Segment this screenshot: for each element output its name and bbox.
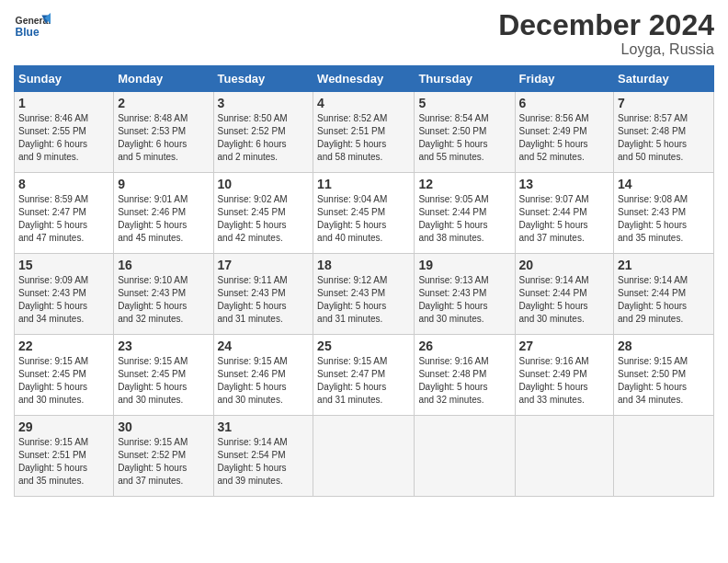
day-info: Sunrise: 9:15 AM Sunset: 2:46 PM Dayligh…	[218, 355, 310, 407]
page-container: General Blue December 2024 Loyga, Russia…	[0, 0, 728, 506]
day-info: Sunrise: 8:57 AM Sunset: 2:48 PM Dayligh…	[618, 112, 710, 164]
day-info: Sunrise: 8:56 AM Sunset: 2:49 PM Dayligh…	[519, 112, 610, 164]
month-title: December 2024	[498, 9, 714, 41]
col-friday: Friday	[515, 66, 614, 92]
day-number: 13	[519, 177, 610, 191]
day-info: Sunrise: 9:15 AM Sunset: 2:51 PM Dayligh…	[18, 436, 109, 488]
day-number: 7	[618, 96, 710, 110]
day-number: 1	[18, 96, 109, 110]
calendar-table: Sunday Monday Tuesday Wednesday Thursday…	[14, 65, 714, 497]
table-row	[515, 416, 614, 497]
day-info: Sunrise: 8:50 AM Sunset: 2:52 PM Dayligh…	[218, 112, 310, 164]
day-number: 18	[317, 258, 410, 272]
day-number: 12	[418, 177, 510, 191]
location: Loyga, Russia	[498, 41, 714, 58]
day-info: Sunrise: 8:46 AM Sunset: 2:55 PM Dayligh…	[18, 112, 109, 164]
day-number: 11	[317, 177, 410, 191]
day-number: 9	[118, 177, 209, 191]
table-row: 25Sunrise: 9:15 AM Sunset: 2:47 PM Dayli…	[313, 335, 415, 416]
day-info: Sunrise: 9:11 AM Sunset: 2:43 PM Dayligh…	[218, 274, 310, 326]
calendar-week-row: 29Sunrise: 9:15 AM Sunset: 2:51 PM Dayli…	[15, 416, 714, 497]
day-info: Sunrise: 9:15 AM Sunset: 2:45 PM Dayligh…	[118, 355, 209, 407]
table-row: 9Sunrise: 9:01 AM Sunset: 2:46 PM Daylig…	[114, 173, 213, 254]
day-number: 10	[218, 177, 310, 191]
day-number: 21	[618, 258, 710, 272]
table-row: 21Sunrise: 9:14 AM Sunset: 2:44 PM Dayli…	[614, 254, 714, 335]
day-info: Sunrise: 9:04 AM Sunset: 2:45 PM Dayligh…	[317, 193, 410, 245]
col-monday: Monday	[114, 66, 213, 92]
col-sunday: Sunday	[15, 66, 114, 92]
day-info: Sunrise: 9:16 AM Sunset: 2:49 PM Dayligh…	[519, 355, 610, 407]
day-number: 19	[418, 258, 510, 272]
day-info: Sunrise: 9:16 AM Sunset: 2:48 PM Dayligh…	[418, 355, 510, 407]
calendar-week-row: 22Sunrise: 9:15 AM Sunset: 2:45 PM Dayli…	[15, 335, 714, 416]
table-row: 17Sunrise: 9:11 AM Sunset: 2:43 PM Dayli…	[213, 254, 313, 335]
day-number: 24	[218, 339, 310, 353]
table-row: 7Sunrise: 8:57 AM Sunset: 2:48 PM Daylig…	[614, 92, 714, 173]
day-number: 29	[18, 419, 109, 434]
col-tuesday: Tuesday	[213, 66, 313, 92]
day-number: 30	[118, 419, 209, 434]
table-row: 16Sunrise: 9:10 AM Sunset: 2:43 PM Dayli…	[114, 254, 213, 335]
title-section: December 2024 Loyga, Russia	[498, 9, 714, 58]
table-row: 23Sunrise: 9:15 AM Sunset: 2:45 PM Dayli…	[114, 335, 213, 416]
day-number: 14	[618, 177, 710, 191]
day-info: Sunrise: 8:54 AM Sunset: 2:50 PM Dayligh…	[418, 112, 510, 164]
table-row: 2Sunrise: 8:48 AM Sunset: 2:53 PM Daylig…	[114, 92, 213, 173]
day-info: Sunrise: 9:15 AM Sunset: 2:50 PM Dayligh…	[618, 355, 710, 407]
table-row: 18Sunrise: 9:12 AM Sunset: 2:43 PM Dayli…	[313, 254, 415, 335]
day-info: Sunrise: 9:08 AM Sunset: 2:43 PM Dayligh…	[618, 193, 710, 245]
table-row	[614, 416, 714, 497]
table-row: 8Sunrise: 8:59 AM Sunset: 2:47 PM Daylig…	[15, 173, 114, 254]
table-row: 12Sunrise: 9:05 AM Sunset: 2:44 PM Dayli…	[415, 173, 515, 254]
table-row: 4Sunrise: 8:52 AM Sunset: 2:51 PM Daylig…	[313, 92, 415, 173]
day-info: Sunrise: 8:59 AM Sunset: 2:47 PM Dayligh…	[18, 193, 109, 245]
day-info: Sunrise: 9:14 AM Sunset: 2:54 PM Dayligh…	[218, 436, 310, 488]
day-number: 17	[218, 258, 310, 272]
table-row: 5Sunrise: 8:54 AM Sunset: 2:50 PM Daylig…	[415, 92, 515, 173]
calendar-week-row: 15Sunrise: 9:09 AM Sunset: 2:43 PM Dayli…	[15, 254, 714, 335]
day-info: Sunrise: 9:10 AM Sunset: 2:43 PM Dayligh…	[118, 274, 209, 326]
day-number: 25	[317, 339, 410, 353]
day-number: 3	[218, 96, 310, 110]
table-row: 22Sunrise: 9:15 AM Sunset: 2:45 PM Dayli…	[15, 335, 114, 416]
col-wednesday: Wednesday	[313, 66, 415, 92]
day-number: 26	[418, 339, 510, 353]
day-info: Sunrise: 9:12 AM Sunset: 2:43 PM Dayligh…	[317, 274, 410, 326]
day-number: 16	[118, 258, 209, 272]
header: General Blue December 2024 Loyga, Russia	[14, 9, 714, 58]
day-number: 4	[317, 96, 410, 110]
day-info: Sunrise: 9:07 AM Sunset: 2:44 PM Dayligh…	[519, 193, 610, 245]
day-info: Sunrise: 9:13 AM Sunset: 2:43 PM Dayligh…	[418, 274, 510, 326]
day-number: 15	[18, 258, 109, 272]
table-row: 1Sunrise: 8:46 AM Sunset: 2:55 PM Daylig…	[15, 92, 114, 173]
table-row: 10Sunrise: 9:02 AM Sunset: 2:45 PM Dayli…	[213, 173, 313, 254]
logo-icon: General Blue	[14, 9, 51, 46]
table-row: 26Sunrise: 9:16 AM Sunset: 2:48 PM Dayli…	[415, 335, 515, 416]
day-number: 27	[519, 339, 610, 353]
day-info: Sunrise: 9:05 AM Sunset: 2:44 PM Dayligh…	[418, 193, 510, 245]
logo: General Blue	[14, 9, 54, 46]
day-number: 28	[618, 339, 710, 353]
day-info: Sunrise: 9:15 AM Sunset: 2:47 PM Dayligh…	[317, 355, 410, 407]
day-number: 8	[18, 177, 109, 191]
table-row: 31Sunrise: 9:14 AM Sunset: 2:54 PM Dayli…	[213, 416, 313, 497]
calendar-week-row: 1Sunrise: 8:46 AM Sunset: 2:55 PM Daylig…	[15, 92, 714, 173]
table-row: 27Sunrise: 9:16 AM Sunset: 2:49 PM Dayli…	[515, 335, 614, 416]
day-info: Sunrise: 9:02 AM Sunset: 2:45 PM Dayligh…	[218, 193, 310, 245]
table-row	[415, 416, 515, 497]
table-row: 24Sunrise: 9:15 AM Sunset: 2:46 PM Dayli…	[213, 335, 313, 416]
day-number: 20	[519, 258, 610, 272]
col-saturday: Saturday	[614, 66, 714, 92]
day-info: Sunrise: 8:52 AM Sunset: 2:51 PM Dayligh…	[317, 112, 410, 164]
table-row: 15Sunrise: 9:09 AM Sunset: 2:43 PM Dayli…	[15, 254, 114, 335]
day-info: Sunrise: 9:09 AM Sunset: 2:43 PM Dayligh…	[18, 274, 109, 326]
day-info: Sunrise: 9:15 AM Sunset: 2:52 PM Dayligh…	[118, 436, 209, 488]
day-number: 5	[418, 96, 510, 110]
table-row: 28Sunrise: 9:15 AM Sunset: 2:50 PM Dayli…	[614, 335, 714, 416]
table-row: 14Sunrise: 9:08 AM Sunset: 2:43 PM Dayli…	[614, 173, 714, 254]
day-number: 31	[218, 419, 310, 434]
day-number: 23	[118, 339, 209, 353]
table-row: 3Sunrise: 8:50 AM Sunset: 2:52 PM Daylig…	[213, 92, 313, 173]
day-number: 6	[519, 96, 610, 110]
